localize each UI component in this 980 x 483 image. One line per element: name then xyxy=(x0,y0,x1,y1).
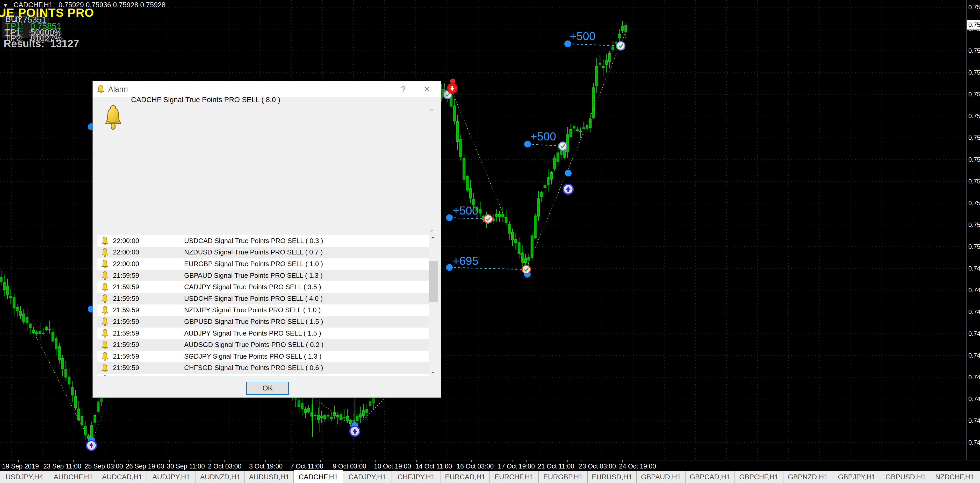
chart-tab-gbpcad-h1[interactable]: GBPCAD,H1 xyxy=(686,471,735,483)
candle-body xyxy=(566,135,569,152)
candle-body xyxy=(314,415,316,416)
list-scroll-thumb[interactable] xyxy=(429,261,438,302)
profit-label[interactable]: +500 xyxy=(570,30,595,43)
bell-icon xyxy=(101,375,109,376)
bell-icon xyxy=(96,85,105,94)
dialog-help-button[interactable]: ? xyxy=(394,81,412,97)
alarm-row[interactable]: 22:00:00 NZDUSD Signal True Points PRO S… xyxy=(97,247,438,258)
chart-tab-gbpaud-h1[interactable]: GBPAUD,H1 xyxy=(636,471,686,483)
alarm-row[interactable]: 21:59:59 GBPAUD Signal True Points PRO S… xyxy=(97,270,438,281)
blue-dot-marker[interactable] xyxy=(565,170,571,177)
chart-tab-audchf-h1[interactable]: AUDCHF,H1 xyxy=(49,471,98,483)
profit-label[interactable]: +500 xyxy=(530,130,556,143)
date-tick xyxy=(471,461,472,462)
date-axis-label: 21 Oct 11:00 xyxy=(538,462,574,470)
alarm-time: 22:00:00 xyxy=(113,237,139,245)
alarm-row[interactable]: 21:59:59 CHFSGD Signal True Points PRO S… xyxy=(97,362,438,374)
message-scroll-down-icon[interactable]: ⌄ xyxy=(428,225,435,233)
column-separator xyxy=(179,270,179,281)
check-marker-circle[interactable] xyxy=(558,142,567,150)
profit-dashed-line[interactable] xyxy=(449,268,526,269)
blue-dot-marker[interactable] xyxy=(524,141,531,147)
chart-tab-cadjpy-h1[interactable]: CADJPY,H1 xyxy=(343,471,392,483)
ok-button[interactable]: OK xyxy=(246,382,289,395)
check-marker-circle[interactable] xyxy=(617,42,625,50)
alarm-row[interactable]: 21:59:59 CADJPY Signal True Points PRO S… xyxy=(97,281,438,293)
chart-tab-audcad-h1[interactable]: AUDCAD,H1 xyxy=(98,471,147,483)
chart-tab-gbpchf-h1[interactable]: GBPCHF,H1 xyxy=(735,471,783,483)
bell-icon xyxy=(101,236,109,245)
blue-dot-marker[interactable] xyxy=(564,40,571,47)
candle-body xyxy=(359,414,361,417)
blue-dot-marker[interactable] xyxy=(446,214,453,221)
alarm-row[interactable]: 21:59:59 AUDSGD Signal True Points PRO S… xyxy=(97,339,438,351)
column-separator xyxy=(179,374,179,376)
chart-tab-usdjpy-h4[interactable]: USDJPY,H4 xyxy=(0,471,49,483)
check-marker-red-circle[interactable] xyxy=(484,215,492,223)
list-scroll-down-icon[interactable]: ⌄ xyxy=(430,367,436,375)
chart-tab-gbpnzd-h1[interactable]: GBPNZD,H1 xyxy=(783,471,832,483)
price-axis-label: 0.75195 xyxy=(968,199,980,207)
alarm-row[interactable]: 21:59:59 USDCHF Signal True Points PRO S… xyxy=(97,293,438,304)
column-separator xyxy=(179,235,179,247)
price-axis[interactable]: 0.759600.758750.757900.757050.756200.755… xyxy=(967,0,980,460)
alarm-bell-icon xyxy=(103,104,124,132)
candle-body xyxy=(554,158,556,169)
chart-tab-eurchf-h1[interactable]: EURCHF,H1 xyxy=(490,471,539,483)
candle-body xyxy=(498,214,501,217)
alarm-row[interactable]: 21:59:59 USDSGD Signal True Points PRO S… xyxy=(97,374,438,376)
alarm-row[interactable]: 22:00:00 EURGBP Signal True Points PRO S… xyxy=(97,258,438,270)
blue-dot-marker[interactable] xyxy=(446,264,453,271)
message-scroll-up-icon[interactable]: ⌃ xyxy=(428,107,435,116)
profit-dashed-line[interactable] xyxy=(528,144,563,146)
chart-tab-eurcad-h1[interactable]: EURCAD,H1 xyxy=(441,471,490,483)
alarm-row[interactable]: 21:59:59 GBPUSD Signal True Points PRO S… xyxy=(97,316,438,328)
chart-tab-nzdchf-h1[interactable]: NZDCHF,H1 xyxy=(930,471,979,483)
alarm-row[interactable]: 22:00:00 USDCAD Signal True Points PRO S… xyxy=(97,235,438,247)
alarm-row[interactable]: 21:59:59 AUDJPY Signal True Points PRO S… xyxy=(97,328,438,339)
alarm-text: CADJPY Signal True Points PRO SELL ( 3.5… xyxy=(184,283,321,291)
column-separator xyxy=(179,247,179,258)
check-marker-red-circle[interactable] xyxy=(522,265,530,274)
price-axis-label: 0.75025 xyxy=(968,243,980,250)
chart-tab-cadchf-h1[interactable]: CADCHF,H1 xyxy=(294,471,343,483)
candle-body xyxy=(538,198,540,216)
candle-body xyxy=(534,215,536,238)
chart-tab-audusd-h1[interactable]: AUDUSD,H1 xyxy=(245,471,294,483)
profit-label[interactable]: +500 xyxy=(453,204,478,217)
alarm-row[interactable]: 21:59:59 SGDJPY Signal True Points PRO S… xyxy=(97,351,438,362)
candle-body xyxy=(576,129,579,131)
chart-tab-audnzd-h1[interactable]: AUDNZD,H1 xyxy=(196,471,245,483)
alarm-row[interactable]: 21:59:59 NZDJPY Signal True Points PRO S… xyxy=(97,304,438,316)
bell-icon xyxy=(101,352,109,361)
date-axis-label: 14 Oct 11:00 xyxy=(415,462,452,470)
candle-body xyxy=(605,60,608,65)
trend-dotted-line[interactable] xyxy=(355,396,387,427)
chart-tab-eurusd-h1[interactable]: EURUSD,H1 xyxy=(588,471,636,483)
candle-body xyxy=(612,47,614,50)
date-tick xyxy=(650,461,650,462)
dialog-close-button[interactable]: ✕ xyxy=(418,81,436,97)
bell-icon xyxy=(101,294,109,303)
trend-dotted-line[interactable] xyxy=(36,337,91,444)
profit-dashed-line[interactable] xyxy=(568,44,620,46)
chart-tab-gbpjpy-h1[interactable]: GBPJPY,H1 xyxy=(832,471,881,483)
alarm-dialog-titlebar[interactable]: Alarm ? ✕ xyxy=(93,81,441,97)
red-dot-marker[interactable] xyxy=(450,78,455,84)
candle-body xyxy=(586,126,588,128)
chart-tab-gbpusd-h1[interactable]: GBPUSD,H1 xyxy=(881,471,930,483)
alarm-history-list[interactable]: 22:00:00 USDCAD Signal True Points PRO S… xyxy=(97,235,438,376)
list-scrollbar[interactable]: ⌃ ⌄ xyxy=(429,235,438,376)
candle-body xyxy=(599,64,601,64)
alarm-text: USDSGD Signal True Points PRO SELL ( 1.2… xyxy=(184,375,323,376)
candle-body xyxy=(602,67,605,68)
date-tick xyxy=(156,461,156,462)
candle-body xyxy=(615,42,617,43)
chart-tab-eurgbp-h1[interactable]: EURGBP,H1 xyxy=(539,471,588,483)
list-scroll-up-icon[interactable]: ⌃ xyxy=(430,236,436,244)
date-axis[interactable]: 19 Sep 201923 Sep 11:0025 Sep 03:0026 Se… xyxy=(0,460,980,471)
chart-tab-chfjpy-h1[interactable]: CHFJPY,H1 xyxy=(392,471,441,483)
profit-label[interactable]: +695 xyxy=(453,255,478,267)
trend-dotted-line[interactable] xyxy=(526,25,629,269)
chart-tab-audjpy-h1[interactable]: AUDJPY,H1 xyxy=(147,471,196,483)
